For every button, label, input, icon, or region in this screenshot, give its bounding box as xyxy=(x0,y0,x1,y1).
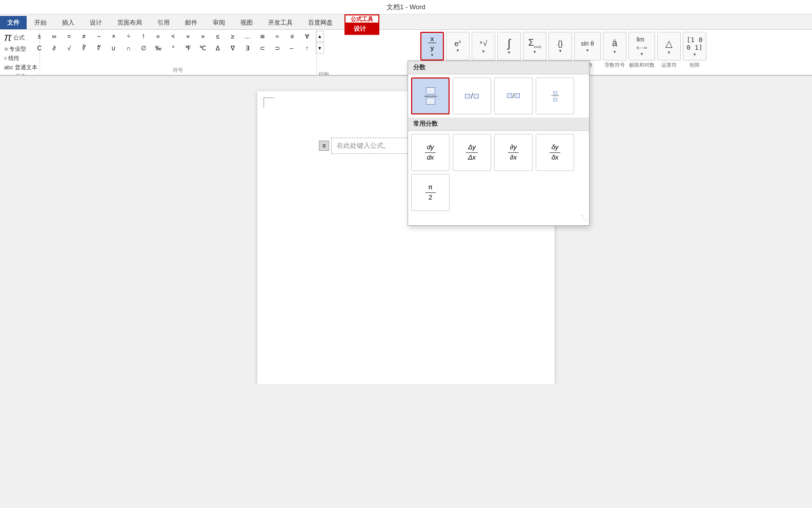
sym-equiv[interactable]: ≡ xyxy=(285,31,299,42)
frac-skewed[interactable]: / xyxy=(453,77,491,114)
bracket-btn[interactable]: {} ▼ xyxy=(549,32,572,61)
limit-struct-group: limn→∞ ▼ 极限和对数 xyxy=(628,32,655,69)
symbols-group: ± ∞ = ≠ ~ × ÷ ! ∝ < « » ≤ ≥ … ≅ ≈ xyxy=(40,31,317,74)
function-btn[interactable]: sin θ ▼ xyxy=(574,32,601,61)
sym-plus-minus[interactable]: ± xyxy=(32,31,47,42)
sym-geq[interactable]: ≥ xyxy=(226,31,240,42)
sym-delta[interactable]: Δ xyxy=(211,43,225,54)
sym-cbrt[interactable]: ∛ xyxy=(77,43,91,54)
frac-delta-y-x[interactable]: Δy Δx xyxy=(453,134,491,171)
frac-skewed-den xyxy=(474,94,479,99)
matrix-btn[interactable]: [1 0 0 1] ▼ xyxy=(683,32,706,61)
matrix-struct-group: [1 0 0 1] ▼ 矩阵 xyxy=(683,32,706,69)
frac-pi-2[interactable]: π 2 xyxy=(411,174,450,211)
equation-placeholder: 在此处键入公式。 xyxy=(337,142,390,149)
largeop-btn[interactable]: Σn=0 ▼ xyxy=(523,32,546,61)
frac-num-placeholder xyxy=(426,87,435,94)
sym-left-arrow[interactable]: ← xyxy=(285,43,299,54)
corner-tl xyxy=(263,97,274,108)
sym-approx-eq[interactable]: ≅ xyxy=(255,31,270,42)
sym-equals[interactable]: = xyxy=(62,31,76,42)
frac-skewed-num xyxy=(465,94,470,99)
sym-fahrenheit[interactable]: ℉ xyxy=(181,43,195,54)
tab-design[interactable]: 设计 xyxy=(82,16,110,29)
tab-layout[interactable]: 页面布局 xyxy=(110,16,150,29)
sym-ellipsis[interactable]: … xyxy=(240,31,255,42)
sym-tilde[interactable]: ~ xyxy=(92,31,106,42)
sym-celsius[interactable]: ℃ xyxy=(196,43,210,54)
tools-group-label: 工具 xyxy=(15,73,26,75)
common-fraction-grid: dy dx Δy Δx ∂y ∂x δy δx xyxy=(408,131,589,174)
matrix-label: 矩阵 xyxy=(689,62,700,69)
accent-btn[interactable]: ä ▼ xyxy=(603,32,626,61)
superscript-btn[interactable]: ex ▼ xyxy=(446,32,470,61)
integral-btn[interactable]: ∫ ▼ xyxy=(497,32,521,61)
equation-handle[interactable]: ≡ xyxy=(319,141,329,151)
pi-formula-btn[interactable]: π 公式 xyxy=(4,31,25,44)
sym-sqrt[interactable]: √ xyxy=(62,43,76,54)
sym-not-equal[interactable]: ≠ xyxy=(77,31,91,42)
sym-less[interactable]: < xyxy=(166,31,180,42)
common-fraction-section-title: 常用分数 xyxy=(408,118,589,131)
structures-group-label: 结构 xyxy=(319,71,329,75)
tab-review[interactable]: 审阅 xyxy=(205,16,233,29)
frac-linear-den xyxy=(515,93,520,98)
frac-dy-dx[interactable]: dy dx xyxy=(411,134,450,171)
sym-much-greater[interactable]: » xyxy=(196,31,210,42)
sym-C[interactable]: C xyxy=(32,43,47,54)
accent-label: 导数符号 xyxy=(604,62,625,69)
tab-bar: 文件 开始 插入 设计 页面布局 引用 邮件 审阅 视图 开发工具 百度网盘 公… xyxy=(0,14,812,30)
frac-small-stacked[interactable] xyxy=(536,77,574,114)
sym-union[interactable]: ∪ xyxy=(107,43,121,54)
tab-insert[interactable]: 插入 xyxy=(54,16,82,29)
frac-linear-slash: / xyxy=(513,92,515,101)
sym-times[interactable]: × xyxy=(107,31,121,42)
fraction-grid: / / xyxy=(408,74,589,118)
tab-mailings[interactable]: 邮件 xyxy=(177,16,205,29)
sym-4rt[interactable]: ∜ xyxy=(92,43,106,54)
dropdown-resize-handle[interactable]: ⋱ xyxy=(408,214,589,221)
limit-label: 极限和对数 xyxy=(629,62,655,69)
sym-nabla[interactable]: ∇ xyxy=(226,43,240,54)
title-text: 文档1 - Word xyxy=(387,3,425,12)
sym-partial[interactable]: ∂ xyxy=(47,43,62,54)
tab-home[interactable]: 开始 xyxy=(27,16,54,29)
style-pro-icon: ≋ xyxy=(4,46,8,52)
sym-degree[interactable]: ° xyxy=(166,43,180,54)
sym-infinity[interactable]: ∞ xyxy=(47,31,62,42)
sym-subset[interactable]: ⊂ xyxy=(255,43,270,54)
sym-approx[interactable]: ≈ xyxy=(270,31,285,42)
sym-exists[interactable]: ∃ xyxy=(240,43,255,54)
sym-up-arrow[interactable]: ↑ xyxy=(300,43,314,54)
tab-references[interactable]: 引用 xyxy=(150,16,177,29)
radical-btn[interactable]: ˣ√ ▼ xyxy=(472,32,495,61)
limit-btn[interactable]: limn→∞ ▼ xyxy=(628,32,655,61)
tab-baidu[interactable]: 百度网盘 xyxy=(300,16,340,29)
sym-much-less[interactable]: « xyxy=(181,31,195,42)
frac-stacked[interactable] xyxy=(411,77,450,114)
sym-divide[interactable]: ÷ xyxy=(121,31,136,42)
sym-supset[interactable]: ⊃ xyxy=(270,43,285,54)
style-linear-label: 线性 xyxy=(8,54,19,62)
operator-btn[interactable]: △ ▼ xyxy=(657,32,681,61)
sym-exclaim[interactable]: ! xyxy=(136,31,151,42)
sym-leq[interactable]: ≤ xyxy=(211,31,225,42)
frac-partial-y-x[interactable]: ∂y ∂x xyxy=(494,134,533,171)
fraction-btn[interactable]: x y ▼ xyxy=(420,32,444,61)
tab-view[interactable]: 视图 xyxy=(233,16,260,29)
doc-area: ≡ 在此处键入公式。 xyxy=(0,76,812,384)
sym-intersect[interactable]: ∩ xyxy=(121,43,136,54)
sym-forall[interactable]: ∀ xyxy=(300,31,314,42)
sym-empty[interactable]: ∅ xyxy=(136,43,151,54)
style-linear-btn[interactable]: ≡ 线性 xyxy=(4,54,19,63)
frac-smalldelta-y-x[interactable]: δy δx xyxy=(536,134,574,171)
tab-developer[interactable]: 开发工具 xyxy=(260,16,300,29)
sym-permille[interactable]: ‰ xyxy=(151,43,166,54)
tab-file[interactable]: 文件 xyxy=(0,16,27,29)
style-pro-btn[interactable]: ≋ 专业型 xyxy=(4,45,26,53)
style-pro-label: 专业型 xyxy=(9,45,26,53)
frac-linear[interactable]: / xyxy=(494,77,533,114)
symbols-row-2: C ∂ √ ∛ ∜ ∪ ∩ ∅ ‰ ° ℉ ℃ Δ ∇ ∃ ⊂ ⊃ xyxy=(32,43,324,54)
frac-small-num xyxy=(553,91,557,95)
sym-proportional[interactable]: ∝ xyxy=(151,31,166,42)
